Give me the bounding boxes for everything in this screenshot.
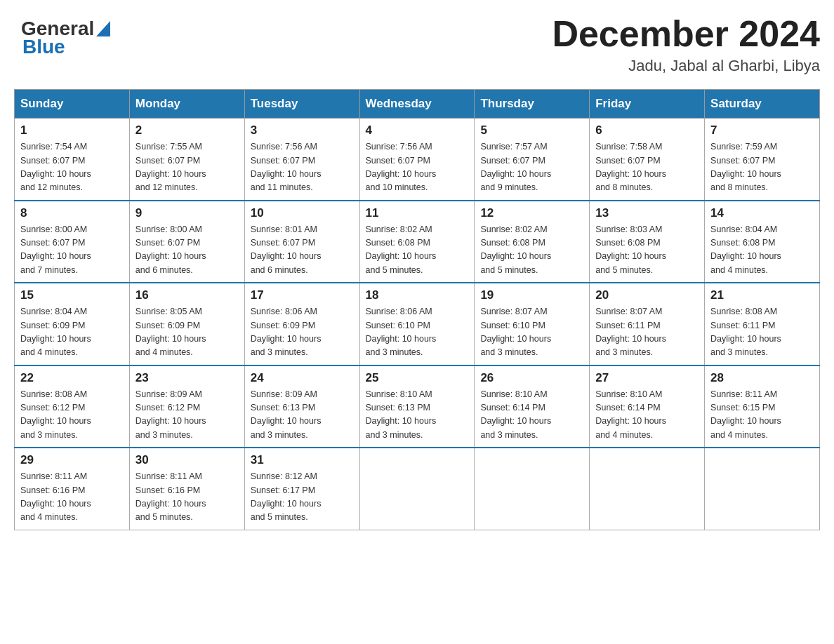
day-number: 7 [710,123,814,137]
day-number: 24 [251,371,354,385]
table-row: 1 Sunrise: 7:54 AMSunset: 6:07 PMDayligh… [15,119,130,201]
table-row: 12 Sunrise: 8:02 AMSunset: 6:08 PMDaylig… [475,201,590,283]
day-info: Sunrise: 8:08 AMSunset: 6:12 PMDaylight:… [20,389,91,440]
page-header: General General Blue December 2024 Jadu,… [14,14,820,75]
logo-blue-label: Blue [22,36,65,58]
calendar-week-1: 1 Sunrise: 7:54 AMSunset: 6:07 PMDayligh… [15,119,820,201]
day-number: 27 [595,371,699,385]
table-row [475,448,590,530]
calendar-week-5: 29 Sunrise: 8:11 AMSunset: 6:16 PMDaylig… [15,448,820,530]
calendar-table: Sunday Monday Tuesday Wednesday Thursday… [14,89,820,530]
table-row: 3 Sunrise: 7:56 AMSunset: 6:07 PMDayligh… [244,119,359,201]
day-info: Sunrise: 8:10 AMSunset: 6:14 PMDaylight:… [480,389,551,440]
day-info: Sunrise: 7:56 AMSunset: 6:07 PMDaylight:… [251,142,322,192]
table-row: 28 Sunrise: 8:11 AMSunset: 6:15 PMDaylig… [705,365,820,448]
day-info: Sunrise: 8:08 AMSunset: 6:11 PMDaylight:… [710,307,781,357]
day-number: 17 [251,288,354,302]
table-row: 6 Sunrise: 7:58 AMSunset: 6:07 PMDayligh… [590,119,705,201]
table-row: 17 Sunrise: 8:06 AMSunset: 6:09 PMDaylig… [244,283,359,365]
day-number: 11 [366,206,469,220]
day-info: Sunrise: 8:00 AMSunset: 6:07 PMDaylight:… [20,224,91,275]
day-info: Sunrise: 8:03 AMSunset: 6:08 PMDaylight:… [595,224,666,275]
day-number: 10 [251,206,354,220]
svg-marker-0 [96,21,110,36]
table-row: 24 Sunrise: 8:09 AMSunset: 6:13 PMDaylig… [244,365,359,448]
col-tuesday: Tuesday [244,90,359,119]
table-row: 23 Sunrise: 8:09 AMSunset: 6:12 PMDaylig… [129,365,244,448]
col-thursday: Thursday [475,90,590,119]
day-info: Sunrise: 8:07 AMSunset: 6:11 PMDaylight:… [595,307,666,357]
day-number: 26 [480,371,583,385]
table-row: 16 Sunrise: 8:05 AMSunset: 6:09 PMDaylig… [129,283,244,365]
table-row: 7 Sunrise: 7:59 AMSunset: 6:07 PMDayligh… [705,119,820,201]
day-number: 18 [366,288,469,302]
table-row: 18 Sunrise: 8:06 AMSunset: 6:10 PMDaylig… [359,283,475,365]
col-wednesday: Wednesday [359,90,475,119]
table-row: 19 Sunrise: 8:07 AMSunset: 6:10 PMDaylig… [475,283,590,365]
logo-block: General Blue [21,14,110,58]
col-saturday: Saturday [705,90,820,119]
day-number: 25 [366,371,469,385]
day-number: 9 [135,206,239,220]
day-number: 29 [20,453,124,467]
table-row: 13 Sunrise: 8:03 AMSunset: 6:08 PMDaylig… [590,201,705,283]
day-info: Sunrise: 8:10 AMSunset: 6:14 PMDaylight:… [595,389,666,440]
table-row: 2 Sunrise: 7:55 AMSunset: 6:07 PMDayligh… [129,119,244,201]
day-info: Sunrise: 7:59 AMSunset: 6:07 PMDaylight:… [710,142,781,192]
day-info: Sunrise: 8:06 AMSunset: 6:10 PMDaylight:… [366,307,437,357]
day-info: Sunrise: 8:12 AMSunset: 6:17 PMDaylight:… [251,471,322,522]
day-number: 14 [710,206,814,220]
table-row [705,448,820,530]
calendar-week-4: 22 Sunrise: 8:08 AMSunset: 6:12 PMDaylig… [15,365,820,448]
day-info: Sunrise: 8:07 AMSunset: 6:10 PMDaylight:… [480,307,551,357]
table-row: 5 Sunrise: 7:57 AMSunset: 6:07 PMDayligh… [475,119,590,201]
day-number: 2 [135,123,239,137]
table-row: 25 Sunrise: 8:10 AMSunset: 6:13 PMDaylig… [359,365,475,448]
day-number: 16 [135,288,239,302]
table-row: 14 Sunrise: 8:04 AMSunset: 6:08 PMDaylig… [705,201,820,283]
day-info: Sunrise: 8:11 AMSunset: 6:16 PMDaylight:… [20,471,91,522]
day-number: 12 [480,206,583,220]
day-info: Sunrise: 8:11 AMSunset: 6:16 PMDaylight:… [135,471,206,522]
calendar-header: Sunday Monday Tuesday Wednesday Thursday… [15,90,820,119]
day-number: 23 [135,371,239,385]
table-row: 31 Sunrise: 8:12 AMSunset: 6:17 PMDaylig… [244,448,359,530]
day-info: Sunrise: 8:02 AMSunset: 6:08 PMDaylight:… [366,224,437,275]
day-info: Sunrise: 7:55 AMSunset: 6:07 PMDaylight:… [135,142,206,192]
col-monday: Monday [129,90,244,119]
day-number: 15 [20,288,124,302]
col-sunday: Sunday [15,90,130,119]
table-row: 11 Sunrise: 8:02 AMSunset: 6:08 PMDaylig… [359,201,475,283]
day-number: 22 [20,371,124,385]
table-row: 10 Sunrise: 8:01 AMSunset: 6:07 PMDaylig… [244,201,359,283]
day-number: 21 [710,288,814,302]
table-row: 29 Sunrise: 8:11 AMSunset: 6:16 PMDaylig… [15,448,130,530]
table-row: 27 Sunrise: 8:10 AMSunset: 6:14 PMDaylig… [590,365,705,448]
day-info: Sunrise: 8:05 AMSunset: 6:09 PMDaylight:… [135,307,206,357]
table-row: 4 Sunrise: 7:56 AMSunset: 6:07 PMDayligh… [359,119,475,201]
table-row: 21 Sunrise: 8:08 AMSunset: 6:11 PMDaylig… [705,283,820,365]
table-row: 22 Sunrise: 8:08 AMSunset: 6:12 PMDaylig… [15,365,130,448]
day-info: Sunrise: 8:02 AMSunset: 6:08 PMDaylight:… [480,224,551,275]
calendar-body: 1 Sunrise: 7:54 AMSunset: 6:07 PMDayligh… [15,119,820,530]
day-info: Sunrise: 8:04 AMSunset: 6:08 PMDaylight:… [710,224,781,275]
day-header-row: Sunday Monday Tuesday Wednesday Thursday… [15,90,820,119]
day-info: Sunrise: 8:09 AMSunset: 6:12 PMDaylight:… [135,389,206,440]
month-title: December 2024 [552,14,820,54]
table-row: 20 Sunrise: 8:07 AMSunset: 6:11 PMDaylig… [590,283,705,365]
table-row [590,448,705,530]
day-number: 4 [366,123,469,137]
table-row [359,448,475,530]
table-row: 9 Sunrise: 8:00 AMSunset: 6:07 PMDayligh… [129,201,244,283]
logo-arrow-icon [96,19,110,41]
day-number: 5 [480,123,583,137]
day-number: 13 [595,206,699,220]
day-number: 30 [135,453,239,467]
table-row: 26 Sunrise: 8:10 AMSunset: 6:14 PMDaylig… [475,365,590,448]
day-number: 28 [710,371,814,385]
title-block: December 2024 Jadu, Jabal al Gharbi, Lib… [552,14,820,75]
col-friday: Friday [590,90,705,119]
day-number: 1 [20,123,124,137]
day-number: 3 [251,123,354,137]
calendar-week-2: 8 Sunrise: 8:00 AMSunset: 6:07 PMDayligh… [15,201,820,283]
